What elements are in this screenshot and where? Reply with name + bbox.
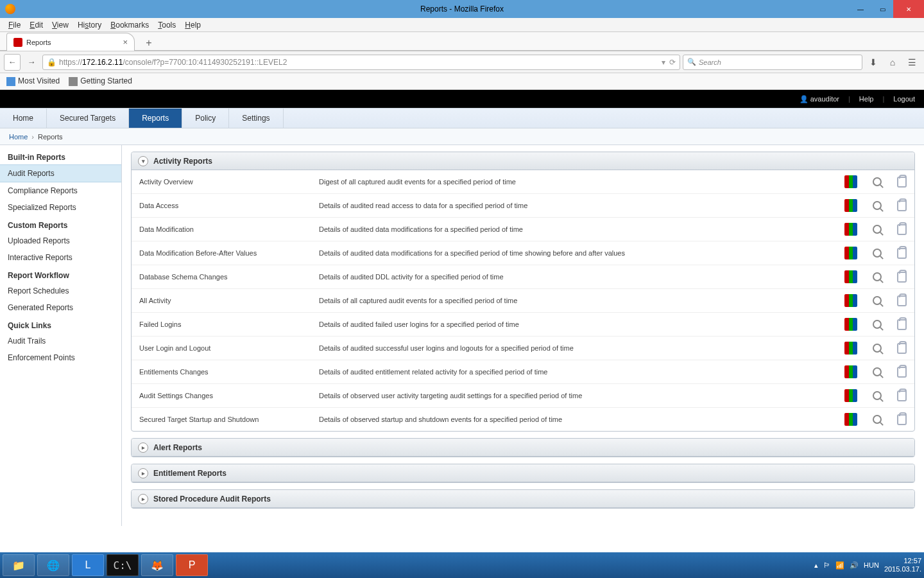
- menu-view[interactable]: View: [47, 21, 73, 30]
- minimize-button[interactable]: —: [850, 0, 871, 18]
- table-row: Data Modification Before-After ValuesDet…: [132, 241, 914, 265]
- clipboard-icon[interactable]: [897, 224, 907, 235]
- report-name[interactable]: Activity Overview: [132, 170, 311, 194]
- books-icon[interactable]: [844, 270, 857, 283]
- search-bar[interactable]: 🔍 Search: [683, 55, 862, 70]
- tab-settings[interactable]: Settings: [229, 109, 283, 128]
- clipboard-icon[interactable]: [897, 367, 907, 378]
- report-name[interactable]: Data Modification Before-After Values: [132, 241, 311, 265]
- report-desc: Details of observed startup and shutdown…: [311, 408, 799, 432]
- magnify-icon[interactable]: [873, 344, 882, 353]
- menu-history[interactable]: History: [73, 21, 106, 30]
- magnify-icon[interactable]: [873, 225, 882, 234]
- sidebar-item-enforce[interactable]: Enforcement Points: [0, 349, 121, 366]
- report-name[interactable]: Secured Target Startup and Shutdown: [132, 408, 311, 432]
- sidebar-item-uploaded[interactable]: Uploaded Reports: [0, 232, 121, 249]
- report-name[interactable]: Audit Settings Changes: [132, 384, 311, 408]
- section-header-alert[interactable]: ▸ Alert Reports: [132, 439, 914, 457]
- magnify-icon[interactable]: [873, 249, 882, 258]
- magnify-icon[interactable]: [873, 367, 882, 376]
- menu-edit[interactable]: Edit: [25, 21, 47, 30]
- report-desc: Digest of all captured audit events for …: [311, 170, 799, 194]
- books-icon[interactable]: [844, 342, 857, 355]
- clipboard-icon[interactable]: [897, 343, 907, 354]
- report-desc: Details of audited DDL activity for a sp…: [311, 265, 799, 289]
- books-icon[interactable]: [844, 318, 857, 331]
- menu-tools[interactable]: Tools: [153, 21, 180, 30]
- books-icon[interactable]: [844, 175, 857, 188]
- report-desc: Details of audited data modifications fo…: [311, 241, 799, 265]
- browser-tab[interactable]: Reports ×: [6, 33, 135, 51]
- sidebar-item-schedules[interactable]: Report Schedules: [0, 283, 121, 299]
- books-icon[interactable]: [844, 389, 857, 402]
- sidebar-item-compliance[interactable]: Compliance Reports: [0, 182, 121, 199]
- clipboard-icon[interactable]: [897, 200, 907, 211]
- magnify-icon[interactable]: [873, 415, 882, 424]
- table-row: Database Schema ChangesDetails of audite…: [132, 265, 914, 289]
- crumb-home[interactable]: Home: [9, 133, 28, 141]
- downloads-icon[interactable]: ⬇: [865, 54, 882, 71]
- home-icon[interactable]: ⌂: [884, 54, 901, 71]
- report-name[interactable]: Entitlements Changes: [132, 360, 311, 384]
- report-name[interactable]: User Login and Logout: [132, 337, 311, 360]
- report-name[interactable]: Data Access: [132, 194, 311, 218]
- tab-close-icon[interactable]: ×: [123, 37, 128, 47]
- maximize-button[interactable]: ▭: [871, 0, 893, 18]
- clipboard-icon[interactable]: [897, 414, 907, 425]
- table-row: Data ModificationDetails of audited data…: [132, 218, 914, 241]
- bookmark-most-visited[interactable]: Most Visited: [6, 76, 60, 86]
- sidebar-item-audit-reports[interactable]: Audit Reports: [0, 164, 121, 182]
- sidebar-item-generated[interactable]: Generated Reports: [0, 299, 121, 316]
- menu-bookmarks[interactable]: Bookmarks: [106, 21, 153, 30]
- search-placeholder: Search: [699, 58, 721, 66]
- magnify-icon[interactable]: [873, 391, 882, 400]
- books-icon[interactable]: [844, 247, 857, 259]
- magnify-icon[interactable]: [873, 296, 882, 305]
- books-icon[interactable]: [844, 223, 857, 236]
- magnify-icon[interactable]: [873, 201, 882, 210]
- clipboard-icon[interactable]: [897, 295, 907, 306]
- section-header-stored[interactable]: ▸ Stored Procedure Audit Reports: [132, 490, 914, 508]
- help-link[interactable]: Help: [859, 95, 874, 103]
- report-name[interactable]: Failed Logins: [132, 313, 311, 337]
- clipboard-icon[interactable]: [897, 272, 907, 283]
- magnify-icon[interactable]: [873, 320, 882, 329]
- clipboard-icon[interactable]: [897, 390, 907, 401]
- sidebar-item-trails[interactable]: Audit Trails: [0, 333, 121, 349]
- magnify-icon[interactable]: [873, 272, 882, 281]
- books-icon[interactable]: [844, 365, 857, 378]
- magnify-icon[interactable]: [873, 177, 882, 186]
- tab-reports[interactable]: Reports: [129, 109, 182, 128]
- reload-icon[interactable]: ⟳: [669, 58, 676, 67]
- menu-icon[interactable]: ☰: [903, 54, 920, 71]
- report-name[interactable]: Data Modification: [132, 218, 311, 241]
- close-button[interactable]: ✕: [893, 0, 924, 18]
- tab-secured-targets[interactable]: Secured Targets: [47, 109, 129, 128]
- tab-policy[interactable]: Policy: [182, 109, 229, 128]
- books-icon[interactable]: [844, 294, 857, 307]
- section-header-activity[interactable]: ▾ Activity Reports: [132, 152, 914, 170]
- forward-button[interactable]: →: [23, 54, 40, 71]
- table-row: Activity OverviewDigest of all captured …: [132, 170, 914, 194]
- section-header-entitle[interactable]: ▸ Entitlement Reports: [132, 464, 914, 482]
- books-icon[interactable]: [844, 199, 857, 212]
- report-name[interactable]: All Activity: [132, 289, 311, 313]
- url-bar[interactable]: 🔒 https://172.16.2.11/console/f?p=7700:1…: [42, 55, 680, 70]
- user-label[interactable]: avauditor: [800, 95, 839, 103]
- menu-help[interactable]: Help: [180, 21, 205, 30]
- logout-link[interactable]: Logout: [893, 95, 915, 103]
- clipboard-icon[interactable]: [897, 319, 907, 330]
- sidebar-item-specialized[interactable]: Specialized Reports: [0, 199, 121, 216]
- tab-home[interactable]: Home: [0, 109, 47, 128]
- clipboard-icon[interactable]: [897, 177, 907, 188]
- dropdown-icon[interactable]: ▾: [662, 58, 665, 67]
- bookmark-getting-started[interactable]: Getting Started: [69, 76, 132, 86]
- back-button[interactable]: ←: [4, 54, 21, 71]
- books-icon[interactable]: [844, 413, 857, 426]
- new-tab-button[interactable]: +: [141, 35, 157, 51]
- menu-file[interactable]: File: [4, 21, 25, 30]
- report-desc: Details of audited read access to data f…: [311, 194, 799, 218]
- clipboard-icon[interactable]: [897, 248, 907, 259]
- report-name[interactable]: Database Schema Changes: [132, 265, 311, 289]
- sidebar-item-interactive[interactable]: Interactive Reports: [0, 249, 121, 266]
